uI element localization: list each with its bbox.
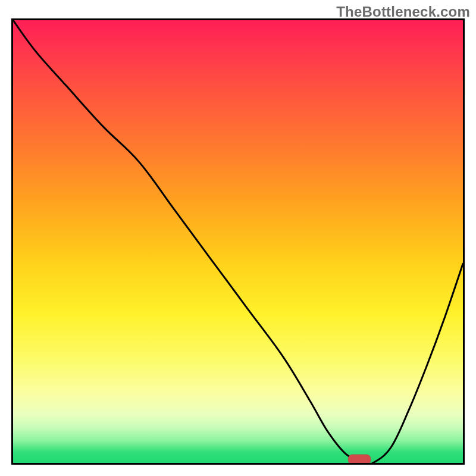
curve-layer — [13, 20, 463, 463]
bottleneck-curve-path — [13, 20, 463, 463]
plot-area — [11, 18, 465, 465]
watermark-text: TheBottleneck.com — [336, 4, 470, 20]
optimum-marker — [348, 455, 371, 463]
chart-container: TheBottleneck.com — [0, 0, 476, 476]
